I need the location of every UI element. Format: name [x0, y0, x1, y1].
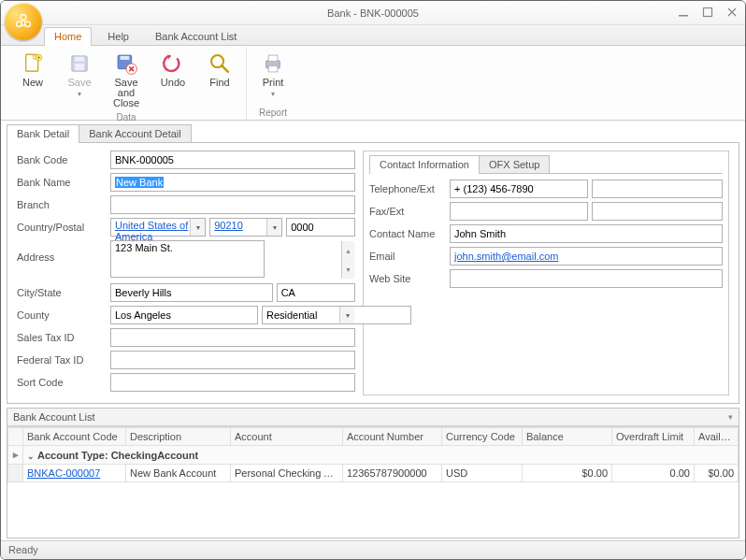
telephone-label: Telephone/Ext	[369, 183, 450, 194]
window-title: Bank - BNK-000005	[1, 7, 745, 19]
address-scroll[interactable]: ▲▼	[341, 241, 354, 279]
save-and-close-button[interactable]: Save and Close	[104, 48, 149, 112]
col-balance[interactable]: Balance	[523, 428, 612, 446]
sort-code-field[interactable]	[110, 373, 355, 392]
tab-home[interactable]: Home	[44, 27, 92, 46]
email-field[interactable]: john.smith@email.com	[450, 247, 723, 266]
bank-name-field[interactable]: New Bank	[110, 173, 355, 192]
federal-tax-id-label: Federal Tax ID	[17, 354, 110, 366]
telephone-ext-field[interactable]	[592, 179, 723, 198]
col-available[interactable]: Available Funds	[695, 428, 739, 446]
chevron-down-icon[interactable]: ▾	[190, 219, 205, 236]
status-text: Ready	[8, 544, 38, 555]
app-menu-button[interactable]	[5, 3, 42, 40]
ribbon-group-data: Data	[10, 112, 242, 124]
minimize-button[interactable]	[676, 5, 691, 20]
status-bar: Ready	[1, 540, 745, 559]
scroll-up-icon[interactable]: ▲	[341, 241, 354, 260]
expand-icon[interactable]: ⌄	[27, 452, 35, 461]
table-row[interactable]: BNKAC-000007 New Bank Account Personal C…	[8, 465, 739, 482]
chevron-down-icon: ▾	[271, 90, 275, 98]
county-label: County	[17, 309, 110, 321]
contact-name-label: Contact Name	[369, 228, 450, 239]
address-label: Address	[17, 240, 110, 263]
bank-account-list-panel: Bank Account List ▾ Bank Account Code De…	[7, 408, 739, 538]
tab-ofx-setup[interactable]: OFX Setup	[479, 155, 550, 173]
row-header-cell	[8, 428, 23, 446]
sales-tax-id-label: Sales Tax ID	[17, 332, 110, 343]
country-postal-label: Country/Postal	[17, 222, 110, 233]
find-icon	[208, 51, 232, 76]
svg-point-0	[21, 14, 26, 20]
content-area: Bank Detail Bank Account Detail Bank Cod…	[7, 124, 739, 538]
tab-bank-account-detail[interactable]: Bank Account Detail	[79, 124, 191, 142]
ribbon: New Save ▾ Save and Close Undo Find Data	[1, 46, 745, 121]
tab-contact-info[interactable]: Contact Information	[369, 155, 480, 173]
undo-button[interactable]: Undo	[151, 48, 195, 112]
tab-help[interactable]: Help	[97, 27, 139, 46]
state-field[interactable]	[277, 283, 355, 302]
branch-field[interactable]	[110, 195, 355, 214]
bank-fields-left: Bank Code Bank Name New Bank Branch Coun…	[17, 151, 355, 395]
address-field[interactable]: 123 Main St.	[110, 240, 265, 278]
col-bank-account-code[interactable]: Bank Account Code	[23, 428, 126, 446]
fax-label: Fax/Ext	[369, 206, 450, 217]
tab-bank-detail[interactable]: Bank Detail	[7, 124, 79, 142]
sales-tax-id-field[interactable]	[110, 328, 355, 347]
federal-tax-id-field[interactable]	[110, 351, 355, 369]
col-account-number[interactable]: Account Number	[343, 428, 442, 446]
save-close-icon	[114, 51, 138, 76]
new-icon	[21, 51, 45, 76]
svg-rect-16	[268, 65, 278, 72]
sort-code-label: Sort Code	[17, 377, 110, 388]
undo-icon	[161, 51, 185, 76]
contact-name-field[interactable]	[450, 224, 723, 243]
addr-type-combo[interactable]	[262, 306, 411, 324]
print-button[interactable]: Print ▾	[251, 48, 295, 108]
save-icon	[67, 51, 92, 76]
branch-label: Branch	[17, 199, 110, 210]
county-field[interactable]	[110, 306, 258, 324]
svg-rect-11	[121, 56, 130, 60]
detail-tabs: Bank Detail Bank Account Detail	[7, 124, 739, 143]
telephone-field[interactable]	[450, 179, 588, 198]
scroll-down-icon[interactable]: ▼	[341, 260, 354, 279]
svg-rect-8	[75, 57, 84, 62]
save-button[interactable]: Save ▾	[57, 48, 102, 112]
city-state-label: City/State	[17, 287, 110, 298]
contact-panel: Contact Information OFX Setup Telephone/…	[363, 151, 729, 395]
bank-account-grid: Bank Account Code Description Account Ac…	[7, 427, 739, 482]
bank-account-code-link[interactable]: BNKAC-000007	[27, 467, 100, 479]
ribbon-tabs: Home Help Bank Account List	[1, 25, 745, 46]
collapse-panel-icon[interactable]: ▾	[728, 412, 733, 422]
bank-code-field[interactable]	[110, 151, 355, 169]
col-overdraft[interactable]: Overdraft Limit	[612, 428, 695, 446]
svg-rect-4	[704, 8, 712, 17]
find-button[interactable]: Find	[197, 48, 242, 112]
col-currency[interactable]: Currency Code	[442, 428, 523, 446]
close-button[interactable]	[724, 5, 739, 20]
bank-code-label: Bank Code	[17, 154, 110, 165]
postal-ext-field[interactable]	[286, 218, 355, 237]
tab-bank-account-list[interactable]: Bank Account List	[145, 27, 247, 46]
new-button[interactable]: New	[10, 48, 55, 112]
email-label: Email	[369, 251, 450, 262]
maximize-button[interactable]	[700, 5, 715, 20]
chevron-down-icon[interactable]: ▾	[266, 219, 281, 236]
fax-ext-field[interactable]	[592, 202, 723, 221]
city-field[interactable]	[110, 283, 273, 302]
chevron-down-icon: ▾	[78, 90, 81, 98]
group-row[interactable]: ▸ ⌄Account Type: CheckingAccount	[8, 446, 739, 465]
website-label: Web Site	[369, 273, 450, 284]
svg-rect-9	[75, 64, 84, 70]
bank-account-list-title: Bank Account List	[13, 411, 94, 423]
chevron-down-icon[interactable]: ▾	[339, 307, 354, 323]
fax-field[interactable]	[450, 202, 588, 221]
bank-detail-panel: Bank Code Bank Name New Bank Branch Coun…	[7, 143, 739, 404]
app-logo-icon	[13, 11, 34, 32]
col-description[interactable]: Description	[126, 428, 231, 446]
website-field[interactable]	[450, 269, 723, 288]
col-account[interactable]: Account	[231, 428, 343, 446]
bank-name-label: Bank Name	[17, 177, 110, 188]
titlebar: Bank - BNK-000005	[1, 1, 745, 25]
